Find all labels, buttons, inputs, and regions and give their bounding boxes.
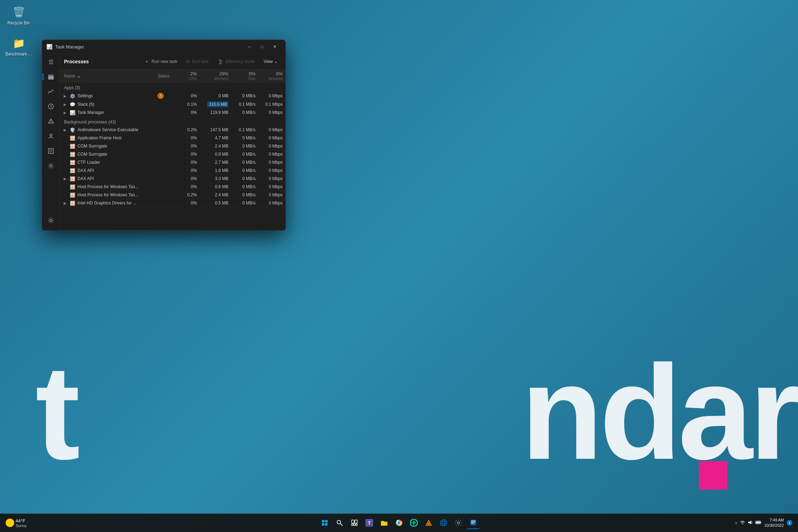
table-row[interactable]: ▶ 🪟 Intel HD Graphics Drivers for ... 0%…: [60, 199, 285, 207]
clock-date: 10/30/2022: [764, 523, 784, 528]
wifi-icon[interactable]: [740, 520, 745, 526]
search-button[interactable]: [333, 516, 346, 529]
battery-icon[interactable]: [755, 520, 762, 526]
col-header-name[interactable]: Name ▲: [60, 70, 155, 82]
process-disk-cell: 0.1 MB/s: [231, 100, 259, 109]
expand-icon[interactable]: ▶: [63, 201, 68, 206]
table-row[interactable]: 🪟 Host Process for Windows Tas... 0.2% 2…: [60, 191, 285, 199]
col-header-memory[interactable]: 29% Memory: [200, 70, 231, 82]
table-row[interactable]: ▶ 🪟 DAX API 0% 3.3 MB 0 MB/s 0 Mbps: [60, 175, 285, 183]
table-row[interactable]: 🪟 Application Frame Host 0% 4.7 MB 0 MB/…: [60, 134, 285, 142]
taskbar: ☀ 44°F Sunny: [0, 514, 798, 532]
teams-button[interactable]: T: [363, 516, 376, 529]
process-status-cell: [155, 191, 173, 199]
notification-badge[interactable]: 1: [787, 520, 792, 526]
process-icon: 🛡️: [70, 127, 75, 133]
sidebar-item-history[interactable]: [44, 99, 58, 114]
circle-app-button[interactable]: [407, 516, 420, 529]
svg-rect-17: [322, 523, 324, 526]
end-task-button[interactable]: ⊘ End task: [182, 57, 212, 66]
start-button[interactable]: [318, 516, 331, 529]
task-manager-taskbar-button[interactable]: [467, 516, 480, 529]
taskbar-clock[interactable]: 7:49 AM 10/30/2022: [764, 517, 784, 528]
process-icon: 🪟: [70, 143, 75, 149]
table-row[interactable]: 🪟 COM Surrogate 0% 0.9 MB 0 MB/s 0 Mbps: [60, 150, 285, 158]
table-row[interactable]: ▶ 💬 Slack (5) 0.1% 316.6 MB 0.1 MB/s 0.1…: [60, 100, 285, 109]
expand-icon[interactable]: ▶: [63, 176, 68, 181]
process-disk-cell: 0 MB/s: [231, 158, 259, 167]
process-disk-cell: 0 MB/s: [231, 92, 259, 100]
table-row[interactable]: 🪟 Host Process for Windows Tas... 0% 0.6…: [60, 183, 285, 191]
sidebar-item-performance[interactable]: [44, 85, 58, 99]
sidebar-item-services[interactable]: [44, 159, 58, 173]
svg-rect-36: [428, 523, 430, 525]
process-mem-cell: 0.6 MB: [200, 183, 231, 191]
bg-pink-accent: [699, 461, 727, 490]
process-status-cell: [155, 158, 173, 167]
settings-taskbar-button[interactable]: [452, 516, 465, 529]
desktop-icon-recycle-bin[interactable]: 🗑️ Recycle Bin: [3, 3, 35, 28]
process-name-text: DAX API: [77, 176, 94, 181]
process-mem-cell: 1.6 MB: [200, 167, 231, 175]
minimize-button[interactable]: ─: [243, 41, 256, 52]
browser-button[interactable]: [437, 516, 450, 529]
close-button[interactable]: ✕: [268, 41, 281, 52]
table-row[interactable]: ▶ 🛡️ Antimalware Service Executable 0.2%…: [60, 126, 285, 134]
task-view-button[interactable]: [348, 516, 361, 529]
table-row[interactable]: 🪟 COM Surrogate 0% 2.4 MB 0 MB/s 0 Mbps: [60, 142, 285, 150]
process-icon: 📊: [70, 110, 75, 115]
titlebar: 📊 Task Manager ─ □ ✕: [42, 40, 285, 53]
process-icon: 🪟: [70, 160, 75, 165]
table-row[interactable]: 🪟 CTF Loader 0% 2.7 MB 0 MB/s 0 Mbps: [60, 158, 285, 167]
chrome-button[interactable]: [393, 516, 405, 529]
expand-icon[interactable]: ▶: [63, 93, 68, 98]
weather-temp: 44°F: [16, 518, 25, 524]
sidebar-item-startup[interactable]: [44, 114, 58, 128]
process-icon: 🪟: [70, 184, 75, 190]
maximize-button[interactable]: □: [256, 41, 268, 52]
taskbar-weather[interactable]: ☀ 44°F Sunny: [6, 518, 27, 528]
process-name-cell: ▶ 🛡️ Antimalware Service Executable: [60, 126, 155, 134]
table-row[interactable]: ▶ 📊 Task Manager 0% 119.9 MB 0 MB/s 0 Mb…: [60, 109, 285, 117]
process-name-text: Host Process for Windows Tas...: [77, 192, 139, 197]
process-status-cell: [155, 199, 173, 207]
process-cpu-cell: 0%: [173, 175, 200, 183]
expand-icon[interactable]: ▶: [63, 110, 68, 115]
sidebar-item-processes[interactable]: [44, 70, 58, 84]
col-header-disk[interactable]: 0% Disk: [231, 70, 259, 82]
run-new-task-button[interactable]: ＋ Run new task: [141, 57, 181, 66]
col-header-status[interactable]: Status: [155, 70, 173, 82]
process-mem-cell: 316.6 MB: [200, 100, 231, 109]
section-header-background: Background processes (43): [60, 117, 285, 126]
tray-chevron[interactable]: ∧: [735, 521, 738, 525]
process-cpu-cell: 0%: [173, 142, 200, 150]
sidebar-item-details[interactable]: [44, 144, 58, 158]
vlc-button[interactable]: [422, 516, 435, 529]
col-header-network[interactable]: 0% Network: [258, 70, 285, 82]
sidebar-hamburger[interactable]: ☰: [44, 55, 58, 69]
desktop-icon-benchmark[interactable]: 📁 Benchmark-...: [3, 34, 35, 59]
process-disk-cell: 0 MB/s: [231, 167, 259, 175]
process-disk-cell: 0 MB/s: [231, 150, 259, 158]
file-explorer-button[interactable]: [378, 516, 391, 529]
process-cpu-cell: 0.2%: [173, 191, 200, 199]
table-row[interactable]: ▶ ⚙️ Settings ! 0% 0 MB 0 MB/s 0 Mbps: [60, 92, 285, 100]
expand-icon[interactable]: ▶: [63, 127, 68, 132]
sidebar-item-users[interactable]: [44, 129, 58, 143]
svg-rect-3: [48, 79, 54, 79]
col-header-cpu[interactable]: 2% CPU: [173, 70, 200, 82]
process-status-cell: [155, 126, 173, 134]
process-table-container[interactable]: Name ▲ Status 2% CPU 29%: [60, 70, 285, 230]
svg-point-13: [50, 165, 52, 167]
table-row[interactable]: 🪟 DAX API 0% 1.6 MB 0 MB/s 0 Mbps: [60, 167, 285, 175]
efficiency-mode-button[interactable]: 🍃 Efficiency mode: [214, 57, 259, 66]
sidebar-item-settings[interactable]: [44, 213, 58, 227]
process-cpu-cell: 0%: [173, 109, 200, 117]
view-menu-button[interactable]: View ⌄: [260, 57, 281, 66]
process-status-cell: [155, 167, 173, 175]
process-net-cell: 0 Mbps: [258, 199, 285, 207]
taskbar-right: ∧: [735, 517, 792, 528]
process-status-cell: [155, 142, 173, 150]
expand-icon[interactable]: ▶: [63, 102, 68, 107]
sound-icon[interactable]: [747, 520, 753, 526]
